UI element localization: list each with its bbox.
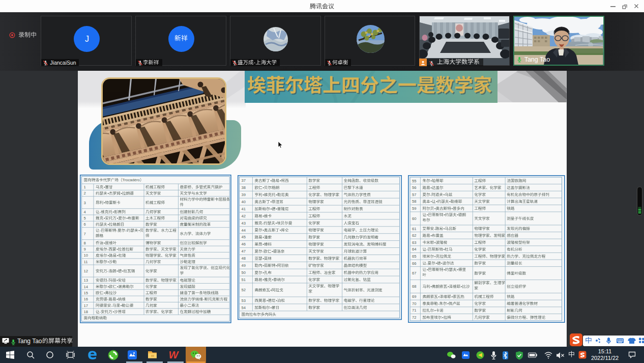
svg-text:54: 54 [242,305,246,310]
svg-text:5: 5 [84,216,86,220]
svg-text:51: 51 [242,277,246,282]
svg-text:43: 43 [242,221,246,226]
svg-text:40: 40 [242,200,246,204]
svg-text:72: 72 [412,315,416,320]
svg-text:8: 8 [84,240,86,245]
svg-text:63: 63 [412,240,416,245]
svg-text:3: 3 [84,200,86,205]
svg-text:46: 46 [242,242,246,246]
svg-text:53: 53 [242,298,246,303]
svg-text:65: 65 [412,254,416,259]
svg-text:16: 16 [84,297,88,301]
svg-text:45: 45 [242,235,246,239]
svg-text:58: 58 [412,200,416,204]
svg-text:11: 11 [84,259,88,264]
svg-text:55: 55 [412,179,416,183]
svg-text:1: 1 [84,185,86,189]
svg-text:50: 50 [242,270,246,275]
svg-text:70: 70 [412,301,416,306]
svg-text:44: 44 [242,228,246,233]
svg-text:57: 57 [412,192,416,197]
svg-text:52: 52 [242,288,246,292]
svg-text:17: 17 [84,303,88,308]
svg-text:14: 14 [84,284,88,289]
svg-text:37: 37 [242,178,246,183]
svg-text:71: 71 [412,308,416,313]
svg-text:18: 18 [84,309,88,314]
svg-text:60: 60 [412,216,416,221]
svg-text:47: 47 [242,249,246,254]
svg-text:39: 39 [242,192,246,197]
svg-text:49: 49 [242,263,246,268]
svg-text:Trocadéro: Trocadéro [123,178,140,182]
svg-text:62: 62 [412,233,416,238]
svg-text:6: 6 [84,222,86,227]
svg-text:2: 2 [84,191,86,196]
svg-text:12: 12 [84,268,88,273]
svg-text:66: 66 [412,261,416,266]
svg-text:42: 42 [242,214,246,218]
svg-text:15: 15 [84,290,88,295]
svg-text:67: 67 [412,271,416,275]
svg-text:56: 56 [412,185,416,190]
svg-text:59: 59 [412,206,416,211]
svg-text:69: 69 [412,294,416,299]
svg-text:10: 10 [84,253,88,258]
svg-text:13: 13 [84,278,88,283]
svg-text:7: 7 [84,231,86,236]
svg-text:9: 9 [84,247,86,252]
svg-text:48: 48 [242,256,246,261]
svg-text:41: 41 [242,207,246,211]
svg-text:64: 64 [412,247,416,252]
svg-text:38: 38 [242,185,246,190]
svg-text:4: 4 [84,209,86,214]
svg-text:61: 61 [412,227,416,231]
svg-text:68: 68 [412,284,416,289]
